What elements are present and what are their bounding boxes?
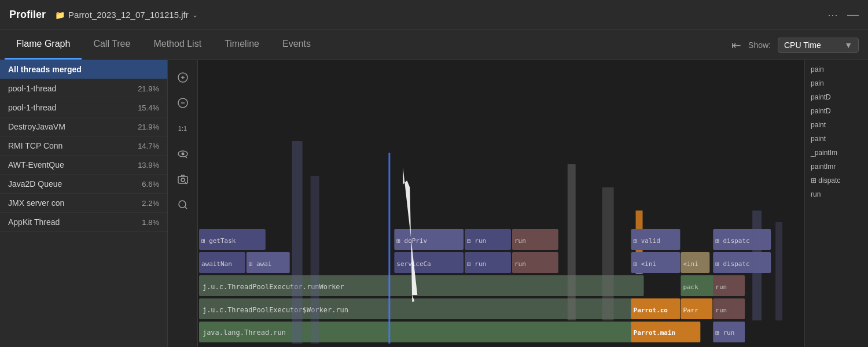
eye-button[interactable] [172, 143, 193, 164]
flamegraph-area[interactable]: java.lang.Thread.run j.u.c.ThreadPoolExe… [198, 60, 804, 347]
svg-line-12 [185, 207, 187, 209]
svg-rect-67 [602, 187, 614, 320]
sidebar: All threads merged pool-1-thread 21.9% p… [0, 60, 168, 347]
sidebar-item-destroyjvm[interactable]: DestroyJavaVM 21.9% [0, 117, 167, 136]
tab-call-tree[interactable]: Call Tree [82, 30, 142, 60]
svg-text:⊞ run: ⊞ run [467, 260, 486, 268]
titlebar: Profiler 📁 Parrot_2023_12_07_101215.jfr … [0, 0, 868, 30]
merge-threads-icon[interactable]: ⇤ [731, 38, 741, 52]
sidebar-item-name: AWT-EventQue [8, 160, 64, 169]
zoom-toolbar: 1:1 [168, 60, 198, 347]
show-chevron-icon: ▼ [844, 40, 852, 50]
sidebar-item-name: DestroyJavaVM [8, 122, 65, 131]
tab-spacer [322, 30, 731, 60]
ratio-label[interactable]: 1:1 [172, 118, 193, 139]
right-label-0: pain [805, 62, 868, 76]
svg-text:⊞ getTask: ⊞ getTask [201, 237, 236, 245]
zoom-out-button[interactable] [172, 93, 193, 113]
zoom-in-button[interactable] [172, 67, 193, 88]
sidebar-item-name: RMI TCP Conn [8, 141, 62, 150]
sidebar-item-pct: 13.9% [138, 161, 159, 169]
tabbar-right: ⇤ Show: CPU Time ▼ [731, 30, 863, 60]
svg-text:awaitNan: awaitNan [201, 260, 232, 268]
right-label-3: paintD [805, 104, 868, 118]
right-label-9: run [805, 187, 868, 201]
sidebar-item-jmx[interactable]: JMX server con 2.2% [0, 194, 167, 213]
right-label-1: pain [805, 76, 868, 90]
titlebar-right: ⋯ — [827, 8, 859, 21]
screenshot-button[interactable] [172, 169, 193, 190]
svg-text:⊞ doPriv: ⊞ doPriv [396, 237, 427, 245]
sidebar-item-awt[interactable]: AWT-EventQue 13.9% [0, 156, 167, 175]
sidebar-item-pool2[interactable]: pool-1-thread 15.4% [0, 98, 167, 117]
sidebar-item-name: pool-1-thread [8, 84, 56, 93]
right-label-2: paintD [805, 90, 868, 104]
show-label: Show: [748, 40, 771, 50]
svg-rect-69 [775, 222, 782, 320]
sidebar-item-pct: 2.2% [142, 199, 159, 208]
tabbar: Flame Graph Call Tree Method List Timeli… [0, 30, 868, 60]
svg-text:Parrot.main: Parrot.main [634, 329, 676, 337]
file-name: Parrot_2023_12_07_101215.jfr [68, 10, 189, 20]
svg-point-11 [179, 201, 186, 208]
tab-method-list[interactable]: Method List [142, 30, 213, 60]
sidebar-item-all-threads[interactable]: All threads merged [0, 60, 167, 79]
sidebar-item-name: Java2D Queue [8, 179, 62, 189]
svg-text:⊞ dispatc: ⊞ dispatc [715, 237, 749, 245]
sidebar-item-rmi[interactable]: RMI TCP Conn 14.7% [0, 136, 167, 156]
main-area: All threads merged pool-1-thread 21.9% p… [0, 60, 868, 347]
titlebar-left: Profiler 📁 Parrot_2023_12_07_101215.jfr … [9, 9, 198, 21]
svg-text:⊞ valid: ⊞ valid [634, 237, 660, 245]
sidebar-item-pct: 6.6% [142, 180, 159, 189]
right-panel: pain pain paintD paintD paint paint _pai… [804, 60, 868, 347]
tab-events[interactable]: Events [271, 30, 322, 60]
show-select[interactable]: CPU Time ▼ [778, 38, 859, 53]
svg-text:⊞ run: ⊞ run [467, 237, 486, 245]
svg-rect-8 [178, 176, 187, 183]
svg-text:⊞ <ini: ⊞ <ini [634, 260, 657, 268]
sidebar-item-pool1[interactable]: pool-1-thread 21.9% [0, 79, 167, 98]
svg-point-6 [181, 153, 184, 156]
more-options-button[interactable]: ⋯ [827, 9, 838, 21]
folder-icon: 📁 [55, 10, 65, 20]
svg-text:⊞ dispatc: ⊞ dispatc [715, 260, 749, 268]
titlebar-file: 📁 Parrot_2023_12_07_101215.jfr ⌄ [55, 10, 198, 20]
sidebar-item-pct: 1.8% [142, 218, 159, 227]
svg-text:Parr: Parr [683, 307, 698, 314]
svg-rect-68 [752, 211, 762, 320]
sidebar-item-name: pool-1-thread [8, 103, 56, 112]
sidebar-item-pct: 15.4% [138, 104, 159, 112]
svg-text:⊞ run: ⊞ run [715, 329, 734, 337]
tab-timeline[interactable]: Timeline [213, 30, 271, 60]
svg-text:j.u.c.ThreadPoolExecutor$Worke: j.u.c.ThreadPoolExecutor$Worker.run [203, 306, 348, 314]
sidebar-item-pct: 14.7% [138, 142, 159, 150]
chevron-down-icon[interactable]: ⌄ [192, 11, 198, 19]
svg-text:run: run [514, 260, 526, 268]
svg-text:⊞ awai: ⊞ awai [249, 260, 272, 268]
sidebar-item-pct: 21.9% [138, 84, 159, 93]
sidebar-item-name: All threads merged [8, 65, 82, 74]
svg-text:run: run [715, 307, 727, 314]
sidebar-item-pct: 21.9% [138, 123, 159, 131]
right-label-5: paint [805, 132, 868, 146]
svg-rect-65 [311, 176, 319, 344]
svg-text:java.lang.Thread.run: java.lang.Thread.run [203, 328, 286, 337]
search-button[interactable] [172, 194, 193, 215]
app-title: Profiler [9, 9, 46, 21]
svg-rect-64 [292, 141, 303, 344]
right-label-8: ⊞ dispatc [805, 174, 868, 187]
svg-line-7 [185, 156, 187, 158]
minimize-button[interactable]: — [847, 8, 859, 21]
tab-flame-graph[interactable]: Flame Graph [5, 30, 82, 60]
sidebar-item-name: JMX server con [8, 198, 64, 208]
svg-rect-38 [388, 153, 390, 344]
svg-text:pack: pack [683, 283, 698, 291]
show-value: CPU Time [784, 40, 821, 50]
sidebar-item-appkit[interactable]: AppKit Thread 1.8% [0, 213, 167, 232]
svg-rect-66 [568, 164, 576, 320]
svg-text:run: run [715, 283, 727, 291]
right-label-7: paintImr [805, 160, 868, 174]
sidebar-item-java2d[interactable]: Java2D Queue 6.6% [0, 175, 167, 194]
svg-point-9 [181, 178, 185, 182]
svg-text:Parrot.co: Parrot.co [634, 307, 668, 314]
